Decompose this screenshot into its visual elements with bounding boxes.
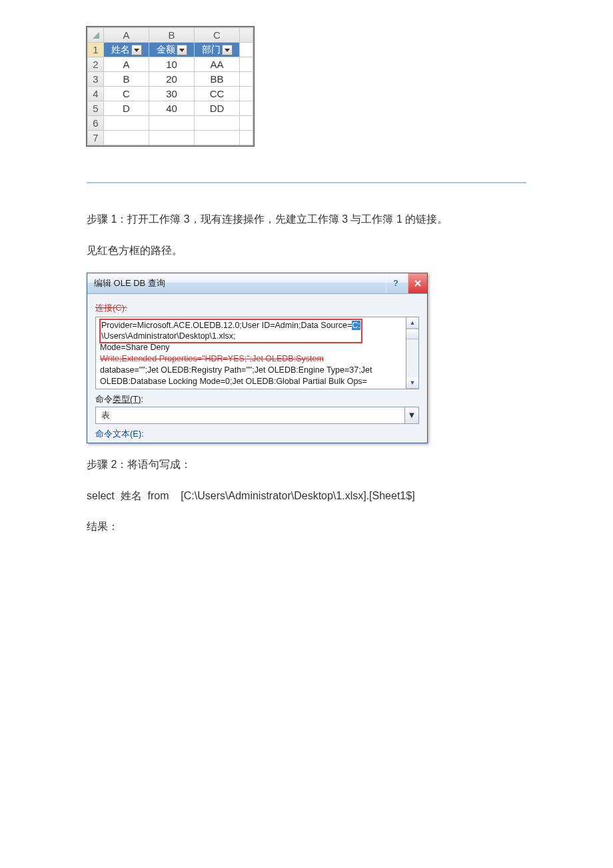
dialog-title: 编辑 OLE DB 查询 [94, 277, 165, 289]
cell: 10 [149, 57, 195, 72]
filter-label: 部门 [202, 44, 221, 56]
row-header-5: 5 [88, 101, 104, 116]
scroll-up-icon[interactable]: ▲ [406, 317, 418, 329]
filter-label: 姓名 [111, 44, 130, 56]
conn-text-strike: Write;Extended Properties="HDR=YES;";Jet… [100, 354, 324, 363]
row-header-4: 4 [88, 87, 104, 101]
row-header-6: 6 [88, 116, 104, 131]
row-header-3: 3 [88, 72, 104, 87]
result-label: 结果： [87, 517, 526, 537]
cell-empty [195, 131, 240, 145]
cell-empty [149, 131, 195, 145]
close-icon [414, 280, 421, 287]
filter-header-amount: 金额 [149, 43, 195, 57]
cell-empty [195, 116, 240, 131]
cell-empty [240, 72, 253, 87]
cell-empty [240, 101, 253, 116]
help-button[interactable]: ? [386, 273, 405, 293]
conn-text: \Users\Administrator\Desktop\1.xlsx; [101, 331, 235, 341]
cell: AA [195, 57, 240, 72]
cell-empty [240, 43, 253, 57]
filter-dropdown-icon[interactable] [177, 45, 187, 55]
conn-text-highlight: C: [352, 321, 360, 330]
oledb-dialog: 编辑 OLE DB 查询 ? 连接(C): Provider=Microsoft… [87, 273, 428, 443]
cell: 40 [149, 101, 195, 116]
filter-header-name: 姓名 [104, 43, 149, 57]
col-header-B: B [149, 28, 195, 43]
command-type-select[interactable]: 表 [95, 407, 405, 424]
filter-header-dept: 部门 [195, 43, 240, 57]
cell-empty [104, 116, 149, 131]
connection-textarea[interactable]: Provider=Microsoft.ACE.OLEDB.12.0;User I… [95, 317, 406, 389]
filter-dropdown-icon[interactable] [222, 45, 233, 55]
col-header-C: C [195, 28, 240, 43]
cell: DD [195, 101, 240, 116]
sql-text: select 姓名 from [C:\Users\Administrator\D… [87, 487, 526, 506]
separator [87, 182, 526, 183]
excel-corner [88, 28, 104, 43]
dialog-titlebar: 编辑 OLE DB 查询 ? [87, 273, 427, 294]
step1-note: 见红色方框的路径。 [87, 241, 526, 261]
connection-label: 连接(C): [95, 302, 419, 314]
cell: C [104, 87, 149, 101]
cell: A [104, 57, 149, 72]
cell: D [104, 101, 149, 116]
row-header-7: 7 [88, 131, 104, 145]
row-header-1: 1 [88, 43, 104, 57]
conn-text: database="";Jet OLEDB:Registry Path="";J… [100, 365, 372, 375]
filter-dropdown-icon[interactable] [131, 45, 142, 55]
cell: CC [195, 87, 240, 101]
close-button[interactable] [408, 273, 427, 293]
cell: 20 [149, 72, 195, 87]
col-header-A: A [104, 28, 149, 43]
scrollbar[interactable]: ▲ ▼ [406, 317, 419, 389]
row-header-2: 2 [88, 57, 104, 72]
cell-empty [240, 116, 253, 131]
command-text-label: 命令文本(E): [95, 428, 419, 440]
step2-text: 步骤 2：将语句写成： [87, 455, 526, 475]
command-type-label: 命令类型(T): [95, 393, 419, 405]
conn-text: Provider=Microsoft.ACE.OLEDB.12.0;User I… [101, 321, 352, 330]
cell: BB [195, 72, 240, 87]
cell: 30 [149, 87, 195, 101]
cell-empty [104, 131, 149, 145]
step1-text: 步骤 1：打开工作簿 3，现有连接操作，先建立工作簿 3 与工作簿 1 的链接。 [87, 210, 526, 229]
filter-label: 金额 [157, 44, 175, 56]
scroll-thumb[interactable] [406, 329, 418, 339]
excel-screenshot: A B C 1 姓名 金额 部门 [87, 27, 254, 146]
scroll-down-icon[interactable]: ▼ [406, 377, 418, 389]
chevron-down-icon[interactable]: ▼ [405, 407, 419, 424]
cell: B [104, 72, 149, 87]
cell-empty [149, 116, 195, 131]
cell-empty [240, 87, 253, 101]
cell-empty [240, 131, 253, 145]
col-header-extra [240, 28, 253, 43]
conn-text: Mode=Share Deny [100, 343, 170, 352]
cell-empty [240, 57, 253, 72]
conn-text: OLEDB:Database Locking Mode=0;Jet OLEDB:… [100, 377, 367, 386]
